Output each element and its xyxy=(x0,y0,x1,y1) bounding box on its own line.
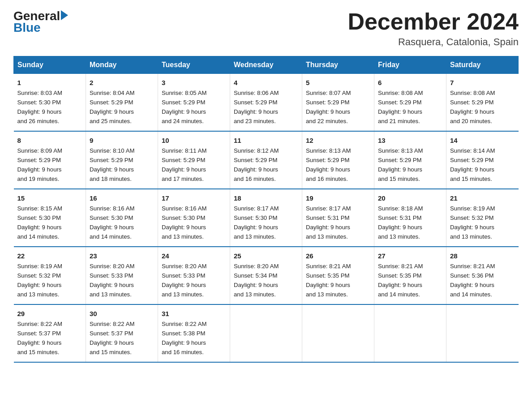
calendar-cell: 1Sunrise: 8:03 AMSunset: 5:30 PMDaylight… xyxy=(14,74,86,131)
calendar-week-3: 15Sunrise: 8:15 AMSunset: 5:30 PMDayligh… xyxy=(14,189,519,247)
day-number: 31 xyxy=(162,308,226,319)
calendar-cell: 12Sunrise: 8:13 AMSunset: 5:29 PMDayligh… xyxy=(302,131,374,189)
day-info: Sunrise: 8:05 AMSunset: 5:29 PMDaylight:… xyxy=(162,90,206,124)
col-friday: Friday xyxy=(374,56,446,74)
day-info: Sunrise: 8:19 AMSunset: 5:32 PMDaylight:… xyxy=(450,205,495,240)
calendar-cell: 21Sunrise: 8:19 AMSunset: 5:32 PMDayligh… xyxy=(446,189,519,247)
calendar-cell: 30Sunrise: 8:22 AMSunset: 5:37 PMDayligh… xyxy=(86,304,158,362)
calendar-cell: 22Sunrise: 8:19 AMSunset: 5:32 PMDayligh… xyxy=(14,247,86,304)
day-number: 2 xyxy=(90,77,154,88)
calendar-cell: 20Sunrise: 8:18 AMSunset: 5:31 PMDayligh… xyxy=(374,189,446,247)
calendar-cell: 25Sunrise: 8:20 AMSunset: 5:34 PMDayligh… xyxy=(230,247,302,304)
day-info: Sunrise: 8:03 AMSunset: 5:30 PMDaylight:… xyxy=(17,90,62,124)
day-number: 16 xyxy=(90,193,154,203)
day-info: Sunrise: 8:16 AMSunset: 5:30 PMDaylight:… xyxy=(90,205,134,240)
calendar-cell xyxy=(230,304,302,362)
day-number: 4 xyxy=(234,77,298,88)
day-info: Sunrise: 8:18 AMSunset: 5:31 PMDaylight:… xyxy=(378,205,423,240)
day-info: Sunrise: 8:21 AMSunset: 5:36 PMDaylight:… xyxy=(450,263,495,298)
day-number: 30 xyxy=(90,308,154,319)
calendar-cell: 24Sunrise: 8:20 AMSunset: 5:33 PMDayligh… xyxy=(158,247,230,304)
day-info: Sunrise: 8:22 AMSunset: 5:37 PMDaylight:… xyxy=(17,321,62,355)
day-number: 21 xyxy=(450,193,515,203)
day-number: 23 xyxy=(90,251,154,261)
col-saturday: Saturday xyxy=(446,56,519,74)
day-number: 28 xyxy=(450,251,515,261)
day-info: Sunrise: 8:08 AMSunset: 5:29 PMDaylight:… xyxy=(378,90,423,124)
day-info: Sunrise: 8:13 AMSunset: 5:29 PMDaylight:… xyxy=(378,147,423,182)
day-number: 29 xyxy=(17,308,82,319)
day-info: Sunrise: 8:12 AMSunset: 5:29 PMDaylight:… xyxy=(234,147,279,182)
day-number: 25 xyxy=(234,251,298,261)
day-info: Sunrise: 8:21 AMSunset: 5:35 PMDaylight:… xyxy=(306,263,351,298)
day-info: Sunrise: 8:08 AMSunset: 5:29 PMDaylight:… xyxy=(450,90,495,124)
day-info: Sunrise: 8:20 AMSunset: 5:33 PMDaylight:… xyxy=(90,263,134,298)
calendar-cell: 13Sunrise: 8:13 AMSunset: 5:29 PMDayligh… xyxy=(374,131,446,189)
calendar-week-5: 29Sunrise: 8:22 AMSunset: 5:37 PMDayligh… xyxy=(14,304,519,362)
day-info: Sunrise: 8:20 AMSunset: 5:33 PMDaylight:… xyxy=(162,263,206,298)
day-number: 6 xyxy=(378,77,442,88)
day-info: Sunrise: 8:13 AMSunset: 5:29 PMDaylight:… xyxy=(306,147,351,182)
calendar-cell: 31Sunrise: 8:22 AMSunset: 5:38 PMDayligh… xyxy=(158,304,230,362)
calendar-table: Sunday Monday Tuesday Wednesday Thursday… xyxy=(13,56,519,363)
day-info: Sunrise: 8:04 AMSunset: 5:29 PMDaylight:… xyxy=(90,90,134,124)
day-number: 15 xyxy=(17,193,82,203)
day-number: 1 xyxy=(17,77,82,88)
col-thursday: Thursday xyxy=(302,56,374,74)
col-wednesday: Wednesday xyxy=(230,56,302,74)
day-info: Sunrise: 8:22 AMSunset: 5:37 PMDaylight:… xyxy=(90,321,134,355)
day-number: 26 xyxy=(306,251,370,261)
day-info: Sunrise: 8:17 AMSunset: 5:30 PMDaylight:… xyxy=(234,205,279,240)
day-info: Sunrise: 8:09 AMSunset: 5:29 PMDaylight:… xyxy=(17,147,62,182)
calendar-cell xyxy=(446,304,519,362)
day-info: Sunrise: 8:14 AMSunset: 5:29 PMDaylight:… xyxy=(450,147,495,182)
logo: General Blue xyxy=(13,9,68,35)
calendar-week-2: 8Sunrise: 8:09 AMSunset: 5:29 PMDaylight… xyxy=(14,131,519,189)
day-number: 8 xyxy=(17,135,82,146)
calendar-cell: 6Sunrise: 8:08 AMSunset: 5:29 PMDaylight… xyxy=(374,74,446,131)
calendar-cell: 7Sunrise: 8:08 AMSunset: 5:29 PMDaylight… xyxy=(446,74,519,131)
calendar-cell: 29Sunrise: 8:22 AMSunset: 5:37 PMDayligh… xyxy=(14,304,86,362)
logo-arrow-icon xyxy=(61,10,68,20)
day-number: 19 xyxy=(306,193,370,203)
calendar-cell: 15Sunrise: 8:15 AMSunset: 5:30 PMDayligh… xyxy=(14,189,86,247)
day-number: 10 xyxy=(162,135,226,146)
logo-blue-text: Blue xyxy=(13,21,41,35)
day-info: Sunrise: 8:06 AMSunset: 5:29 PMDaylight:… xyxy=(234,90,279,124)
calendar-cell: 8Sunrise: 8:09 AMSunset: 5:29 PMDaylight… xyxy=(14,131,86,189)
header-row: Sunday Monday Tuesday Wednesday Thursday… xyxy=(14,56,519,74)
calendar-cell: 26Sunrise: 8:21 AMSunset: 5:35 PMDayligh… xyxy=(302,247,374,304)
day-number: 14 xyxy=(450,135,515,146)
calendar-body: 1Sunrise: 8:03 AMSunset: 5:30 PMDaylight… xyxy=(14,74,519,362)
calendar-cell: 3Sunrise: 8:05 AMSunset: 5:29 PMDaylight… xyxy=(158,74,230,131)
day-info: Sunrise: 8:21 AMSunset: 5:35 PMDaylight:… xyxy=(378,263,423,298)
day-number: 20 xyxy=(378,193,442,203)
day-info: Sunrise: 8:19 AMSunset: 5:32 PMDaylight:… xyxy=(17,263,62,298)
calendar-cell: 17Sunrise: 8:16 AMSunset: 5:30 PMDayligh… xyxy=(158,189,230,247)
page-title: December 2024 xyxy=(348,9,519,34)
calendar-cell: 10Sunrise: 8:11 AMSunset: 5:29 PMDayligh… xyxy=(158,131,230,189)
day-number: 5 xyxy=(306,77,370,88)
day-number: 27 xyxy=(378,251,442,261)
calendar-week-1: 1Sunrise: 8:03 AMSunset: 5:30 PMDaylight… xyxy=(14,74,519,131)
calendar-week-4: 22Sunrise: 8:19 AMSunset: 5:32 PMDayligh… xyxy=(14,247,519,304)
calendar-cell: 18Sunrise: 8:17 AMSunset: 5:30 PMDayligh… xyxy=(230,189,302,247)
day-number: 7 xyxy=(450,77,515,88)
page-subtitle: Rasquera, Catalonia, Spain xyxy=(348,36,519,48)
day-info: Sunrise: 8:11 AMSunset: 5:29 PMDaylight:… xyxy=(162,147,206,182)
day-info: Sunrise: 8:20 AMSunset: 5:34 PMDaylight:… xyxy=(234,263,279,298)
calendar-cell: 9Sunrise: 8:10 AMSunset: 5:29 PMDaylight… xyxy=(86,131,158,189)
calendar-cell: 2Sunrise: 8:04 AMSunset: 5:29 PMDaylight… xyxy=(86,74,158,131)
calendar-cell: 14Sunrise: 8:14 AMSunset: 5:29 PMDayligh… xyxy=(446,131,519,189)
day-info: Sunrise: 8:17 AMSunset: 5:31 PMDaylight:… xyxy=(306,205,351,240)
day-number: 13 xyxy=(378,135,442,146)
calendar-cell: 4Sunrise: 8:06 AMSunset: 5:29 PMDaylight… xyxy=(230,74,302,131)
day-number: 18 xyxy=(234,193,298,203)
col-monday: Monday xyxy=(86,56,158,74)
calendar-cell: 5Sunrise: 8:07 AMSunset: 5:29 PMDaylight… xyxy=(302,74,374,131)
day-info: Sunrise: 8:16 AMSunset: 5:30 PMDaylight:… xyxy=(162,205,206,240)
day-number: 22 xyxy=(17,251,82,261)
day-number: 9 xyxy=(90,135,154,146)
calendar-cell: 16Sunrise: 8:16 AMSunset: 5:30 PMDayligh… xyxy=(86,189,158,247)
calendar-cell: 19Sunrise: 8:17 AMSunset: 5:31 PMDayligh… xyxy=(302,189,374,247)
